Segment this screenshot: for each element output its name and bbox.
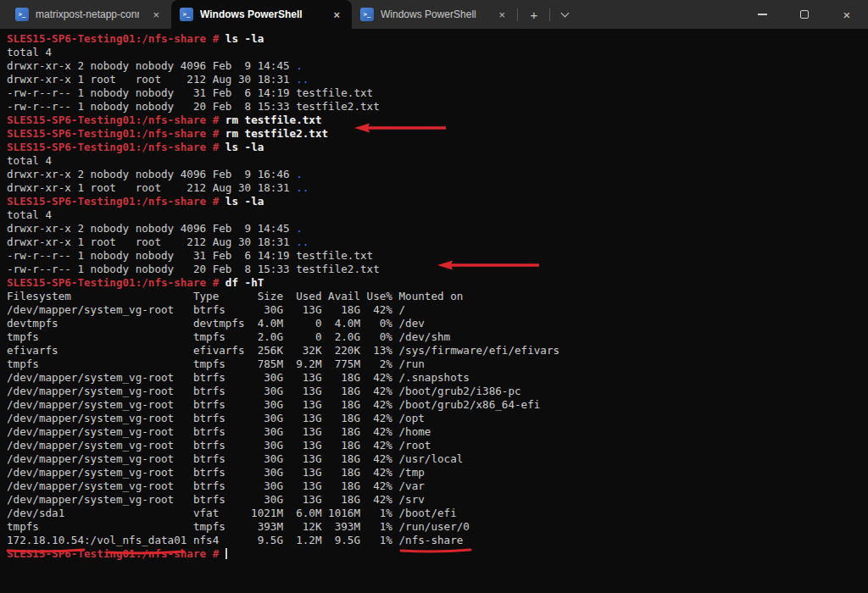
tab-title: matrixpost-netapp-connector( — [36, 8, 139, 20]
terminal-line: total 4 — [7, 154, 868, 168]
terminal-window: >_ matrixpost-netapp-connector( × >_ Win… — [0, 0, 868, 593]
terminal-line: -rw-r--r-- 1 nobody nobody 20 Feb 8 15:3… — [7, 263, 868, 276]
terminal-line: /dev/mapper/system_vg-root btrfs 30G 13G… — [7, 479, 868, 493]
terminal-line: tmpfs tmpfs 2.0G 0 2.0G 0% /dev/shm — [7, 330, 868, 344]
terminal-line: drwxr-xr-x 2 nobody nobody 4096 Feb 9 14… — [7, 59, 868, 73]
tab-matrixpost-netapp-connector[interactable]: >_ matrixpost-netapp-connector( × — [7, 0, 171, 29]
terminal-line: drwxr-xr-x 1 root root 212 Aug 30 18:31 … — [7, 73, 868, 86]
terminal-line: drwxr-xr-x 2 nobody nobody 4096 Feb 9 16… — [7, 168, 868, 181]
terminal-line: SLES15-SP6-Testing01:/nfs-share # — [7, 547, 868, 561]
tab-title: Windows PowerShell — [381, 8, 485, 20]
terminal-output[interactable]: SLES15-SP6-Testing01:/nfs-share # ls -la… — [0, 29, 868, 593]
minimize-icon — [758, 14, 767, 15]
terminal-line: /dev/mapper/system_vg-root btrfs 30G 13G… — [7, 412, 868, 425]
terminal-line: -rw-r--r-- 1 nobody nobody 31 Feb 6 14:1… — [7, 249, 868, 263]
powershell-icon: >_ — [360, 8, 374, 21]
terminal-line: /dev/mapper/system_vg-root btrfs 30G 13G… — [7, 493, 868, 507]
terminal-line: SLES15-SP6-Testing01:/nfs-share # ls -la — [7, 32, 868, 46]
terminal-line: /dev/mapper/system_vg-root btrfs 30G 13G… — [7, 439, 868, 452]
new-tab-button[interactable]: + — [523, 8, 545, 21]
close-tab-icon[interactable]: × — [495, 8, 509, 22]
powershell-icon: >_ — [180, 8, 193, 21]
terminal-line: devtmpfs devtmpfs 4.0M 0 4.0M 0% /dev — [7, 317, 868, 330]
terminal-line: total 4 — [7, 46, 868, 59]
chevron-down-icon — [561, 9, 570, 18]
terminal-line: tmpfs tmpfs 393M 12K 393M 1% /run/user/0 — [7, 520, 868, 534]
text-cursor — [225, 548, 227, 559]
terminal-line: total 4 — [7, 208, 868, 222]
terminal-line: /dev/mapper/system_vg-root btrfs 30G 13G… — [7, 371, 868, 385]
terminal-line: /dev/mapper/system_vg-root btrfs 30G 13G… — [7, 398, 868, 412]
terminal-line: Filesystem Type Size Used Avail Use% Mou… — [7, 290, 868, 303]
tabbar-divider — [549, 8, 550, 21]
terminal-line: SLES15-SP6-Testing01:/nfs-share # ls -la — [7, 195, 868, 208]
tabbar-divider — [517, 8, 518, 21]
terminal-line: SLES15-SP6-Testing01:/nfs-share # df -hT — [7, 276, 868, 290]
terminal-line: /dev/mapper/system_vg-root btrfs 30G 13G… — [7, 303, 868, 317]
terminal-line: /dev/mapper/system_vg-root btrfs 30G 13G… — [7, 452, 868, 466]
terminal-line: tmpfs tmpfs 785M 9.2M 775M 2% /run — [7, 357, 868, 371]
tab-windows-powershell-active[interactable]: >_ Windows PowerShell × — [171, 0, 352, 29]
maximize-button[interactable] — [783, 0, 826, 29]
terminal-line: -rw-r--r-- 1 nobody nobody 31 Feb 6 14:1… — [7, 86, 868, 100]
close-tab-icon[interactable]: × — [330, 8, 343, 22]
tab-dropdown-button[interactable] — [554, 6, 576, 23]
terminal-line: /dev/mapper/system_vg-root btrfs 30G 13G… — [7, 425, 868, 439]
terminal-line: SLES15-SP6-Testing01:/nfs-share # rm tes… — [7, 127, 868, 141]
terminal-line: 172.18.10.54:/vol_nfs_data01 nfs4 9.5G 1… — [7, 534, 868, 547]
close-tab-icon[interactable]: × — [149, 8, 163, 22]
terminal-line: /dev/mapper/system_vg-root btrfs 30G 13G… — [7, 385, 868, 398]
terminal-line: efivarfs efivarfs 256K 32K 220K 13% /sys… — [7, 344, 868, 357]
terminal-line: drwxr-xr-x 2 nobody nobody 4096 Feb 9 14… — [7, 222, 868, 236]
maximize-icon — [800, 10, 809, 19]
terminal-line: drwxr-xr-x 1 root root 212 Aug 30 18:31 … — [7, 181, 868, 195]
terminal-line: drwxr-xr-x 1 root root 212 Aug 30 18:31 … — [7, 236, 868, 249]
terminal-line: /dev/mapper/system_vg-root btrfs 30G 13G… — [7, 466, 868, 479]
terminal-line: SLES15-SP6-Testing01:/nfs-share # rm tes… — [7, 114, 868, 127]
powershell-icon: >_ — [15, 8, 29, 21]
terminal-line: /dev/sda1 vfat 1021M 6.0M 1016M 1% /boot… — [7, 507, 868, 520]
terminal-line: SLES15-SP6-Testing01:/nfs-share # ls -la — [7, 141, 868, 154]
terminal-line: -rw-r--r-- 1 nobody nobody 20 Feb 8 15:3… — [7, 100, 868, 114]
tab-title: Windows PowerShell — [200, 8, 320, 20]
close-window-button[interactable]: × — [826, 0, 868, 29]
tab-bar: >_ matrixpost-netapp-connector( × >_ Win… — [0, 0, 868, 29]
minimize-button[interactable] — [741, 0, 783, 29]
tab-windows-powershell[interactable]: >_ Windows PowerShell × — [352, 0, 517, 29]
window-controls: × — [741, 0, 868, 29]
